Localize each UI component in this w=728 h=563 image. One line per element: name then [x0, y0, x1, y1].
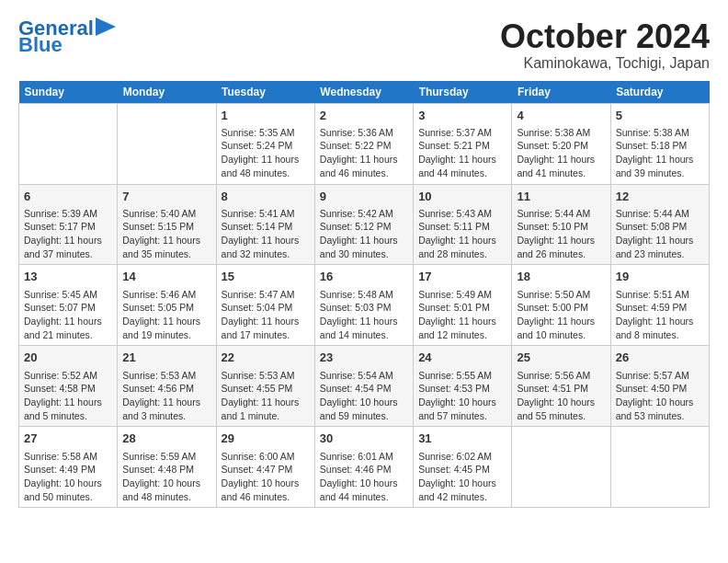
calendar-cell	[512, 427, 610, 508]
day-number: 31	[418, 431, 506, 447]
calendar-cell: 23Sunrise: 5:54 AMSunset: 4:54 PMDayligh…	[314, 346, 413, 427]
logo-blue-text: Blue	[18, 35, 63, 55]
calendar-cell: 18Sunrise: 5:50 AMSunset: 5:00 PMDayligh…	[512, 265, 610, 346]
day-header-thursday: Thursday	[414, 81, 512, 104]
cell-info: Sunset: 4:47 PM	[222, 463, 310, 477]
cell-info: Sunset: 4:59 PM	[616, 301, 704, 315]
cell-info: Daylight: 11 hours and 23 minutes.	[616, 234, 704, 260]
cell-info: Daylight: 10 hours and 59 minutes.	[320, 396, 408, 422]
title-block: October 2024 Kaminokawa, Tochigi, Japan	[500, 18, 710, 72]
calendar-cell: 30Sunrise: 6:01 AMSunset: 4:46 PMDayligh…	[314, 427, 413, 508]
calendar-cell: 13Sunrise: 5:45 AMSunset: 5:07 PMDayligh…	[19, 265, 118, 346]
cell-info: Sunrise: 5:43 AM	[418, 207, 506, 221]
logo: General Blue	[18, 18, 116, 55]
day-number: 27	[24, 431, 112, 447]
day-number: 3	[418, 108, 506, 124]
calendar-cell: 29Sunrise: 6:00 AMSunset: 4:47 PMDayligh…	[216, 427, 314, 508]
cell-info: Daylight: 10 hours and 42 minutes.	[418, 477, 506, 503]
day-number: 26	[616, 350, 704, 366]
calendar-cell: 17Sunrise: 5:49 AMSunset: 5:01 PMDayligh…	[414, 265, 512, 346]
cell-info: Sunset: 5:10 PM	[517, 220, 605, 234]
cell-info: Sunrise: 5:45 AM	[24, 288, 112, 302]
day-number: 29	[222, 431, 310, 447]
cell-info: Sunset: 5:05 PM	[122, 301, 210, 315]
day-number: 24	[418, 350, 506, 366]
day-number: 1	[222, 108, 310, 124]
cell-info: Sunrise: 5:53 AM	[122, 369, 210, 383]
calendar-cell: 28Sunrise: 5:59 AMSunset: 4:48 PMDayligh…	[118, 427, 216, 508]
day-number: 21	[122, 350, 210, 366]
calendar-cell: 4Sunrise: 5:38 AMSunset: 5:20 PMDaylight…	[512, 103, 610, 184]
cell-info: Sunrise: 5:37 AM	[418, 126, 506, 140]
cell-info: Sunrise: 5:58 AM	[24, 450, 112, 464]
cell-info: Sunrise: 5:44 AM	[517, 207, 605, 221]
calendar-cell: 7Sunrise: 5:40 AMSunset: 5:15 PMDaylight…	[118, 184, 216, 265]
day-number: 23	[320, 350, 408, 366]
cell-info: Sunset: 5:18 PM	[616, 139, 704, 153]
cell-info: Sunset: 4:48 PM	[122, 463, 210, 477]
cell-info: Daylight: 10 hours and 55 minutes.	[517, 396, 605, 422]
cell-info: Sunrise: 6:00 AM	[222, 450, 310, 464]
month-title: October 2024	[500, 18, 710, 55]
cell-info: Sunset: 4:55 PM	[222, 382, 310, 396]
cell-info: Sunrise: 5:39 AM	[24, 207, 112, 221]
cell-info: Sunrise: 6:01 AM	[320, 450, 408, 464]
cell-info: Sunset: 5:01 PM	[418, 301, 506, 315]
cell-info: Daylight: 11 hours and 39 minutes.	[616, 153, 704, 179]
calendar-header-row: SundayMondayTuesdayWednesdayThursdayFrid…	[19, 81, 710, 104]
cell-info: Sunset: 4:53 PM	[418, 382, 506, 396]
cell-info: Daylight: 11 hours and 5 minutes.	[24, 396, 112, 422]
calendar-cell: 20Sunrise: 5:52 AMSunset: 4:58 PMDayligh…	[19, 346, 118, 427]
day-number: 4	[517, 108, 605, 124]
day-number: 16	[320, 269, 408, 285]
day-header-saturday: Saturday	[610, 81, 709, 104]
day-header-tuesday: Tuesday	[216, 81, 314, 104]
cell-info: Sunrise: 5:38 AM	[616, 126, 704, 140]
cell-info: Daylight: 11 hours and 26 minutes.	[517, 234, 605, 260]
day-number: 13	[24, 269, 112, 285]
cell-info: Daylight: 11 hours and 41 minutes.	[517, 153, 605, 179]
calendar-week-row: 6Sunrise: 5:39 AMSunset: 5:17 PMDaylight…	[19, 184, 710, 265]
calendar-week-row: 27Sunrise: 5:58 AMSunset: 4:49 PMDayligh…	[19, 427, 710, 508]
cell-info: Sunset: 4:49 PM	[24, 463, 112, 477]
calendar-cell	[19, 103, 118, 184]
cell-info: Sunset: 5:03 PM	[320, 301, 408, 315]
day-header-monday: Monday	[118, 81, 216, 104]
cell-info: Daylight: 11 hours and 3 minutes.	[122, 396, 210, 422]
cell-info: Daylight: 10 hours and 57 minutes.	[418, 396, 506, 422]
calendar-cell: 19Sunrise: 5:51 AMSunset: 4:59 PMDayligh…	[610, 265, 709, 346]
cell-info: Sunset: 5:24 PM	[222, 139, 310, 153]
cell-info: Sunset: 5:22 PM	[320, 139, 408, 153]
logo-arrow-icon	[96, 17, 116, 36]
cell-info: Daylight: 11 hours and 21 minutes.	[24, 315, 112, 341]
day-number: 15	[222, 269, 310, 285]
cell-info: Daylight: 11 hours and 35 minutes.	[122, 234, 210, 260]
cell-info: Daylight: 11 hours and 17 minutes.	[222, 315, 310, 341]
day-number: 14	[122, 269, 210, 285]
cell-info: Sunrise: 5:44 AM	[616, 207, 704, 221]
cell-info: Daylight: 11 hours and 19 minutes.	[122, 315, 210, 341]
svg-marker-0	[96, 17, 116, 36]
day-number: 19	[616, 269, 704, 285]
day-header-wednesday: Wednesday	[314, 81, 413, 104]
cell-info: Sunrise: 5:52 AM	[24, 369, 112, 383]
cell-info: Sunset: 5:04 PM	[222, 301, 310, 315]
day-header-sunday: Sunday	[19, 81, 118, 104]
cell-info: Sunrise: 5:55 AM	[418, 369, 506, 383]
cell-info: Daylight: 11 hours and 10 minutes.	[517, 315, 605, 341]
cell-info: Sunrise: 5:50 AM	[517, 288, 605, 302]
cell-info: Sunset: 5:07 PM	[24, 301, 112, 315]
location-title: Kaminokawa, Tochigi, Japan	[500, 55, 710, 72]
calendar-body: 1Sunrise: 5:35 AMSunset: 5:24 PMDaylight…	[19, 103, 710, 508]
cell-info: Daylight: 11 hours and 14 minutes.	[320, 315, 408, 341]
calendar-cell: 16Sunrise: 5:48 AMSunset: 5:03 PMDayligh…	[314, 265, 413, 346]
cell-info: Sunrise: 5:59 AM	[122, 450, 210, 464]
cell-info: Daylight: 11 hours and 12 minutes.	[418, 315, 506, 341]
calendar-cell: 27Sunrise: 5:58 AMSunset: 4:49 PMDayligh…	[19, 427, 118, 508]
cell-info: Sunrise: 5:48 AM	[320, 288, 408, 302]
day-header-friday: Friday	[512, 81, 610, 104]
cell-info: Sunrise: 5:46 AM	[122, 288, 210, 302]
day-number: 11	[517, 189, 605, 205]
day-number: 5	[616, 108, 704, 124]
cell-info: Sunrise: 5:35 AM	[222, 126, 310, 140]
